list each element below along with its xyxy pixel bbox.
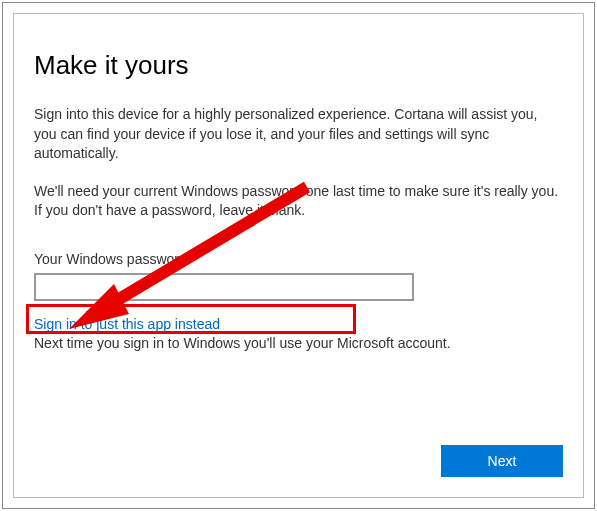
signin-dialog: Make it yours Sign into this device for … bbox=[13, 13, 584, 498]
password-input[interactable] bbox=[34, 273, 414, 301]
password-label: Your Windows password bbox=[34, 251, 563, 267]
next-button[interactable]: Next bbox=[441, 445, 563, 477]
dialog-title: Make it yours bbox=[34, 50, 563, 81]
intro-paragraph-2: We'll need your current Windows password… bbox=[34, 182, 563, 221]
next-signin-info: Next time you sign in to Windows you'll … bbox=[34, 335, 563, 351]
sign-in-app-only-link[interactable]: Sign in to just this app instead bbox=[34, 316, 220, 332]
intro-paragraph-1: Sign into this device for a highly perso… bbox=[34, 105, 563, 164]
